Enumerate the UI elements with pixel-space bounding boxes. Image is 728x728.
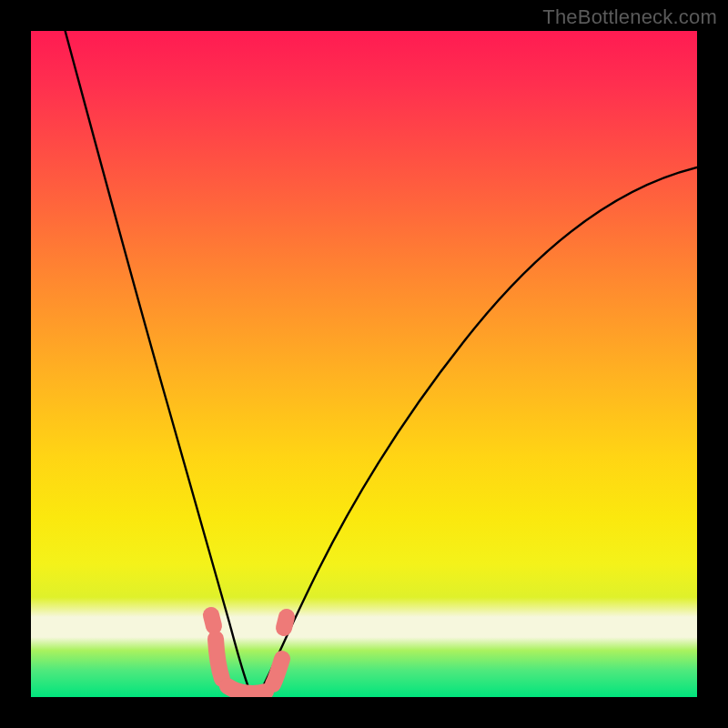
valley-highlight xyxy=(211,615,287,693)
curve-layer xyxy=(31,31,697,697)
chart-frame: TheBottleneck.com xyxy=(0,0,728,728)
right-curve-path xyxy=(260,167,697,692)
plot-area xyxy=(31,31,697,697)
left-curve-path xyxy=(64,31,249,690)
watermark-text: TheBottleneck.com xyxy=(542,5,717,29)
